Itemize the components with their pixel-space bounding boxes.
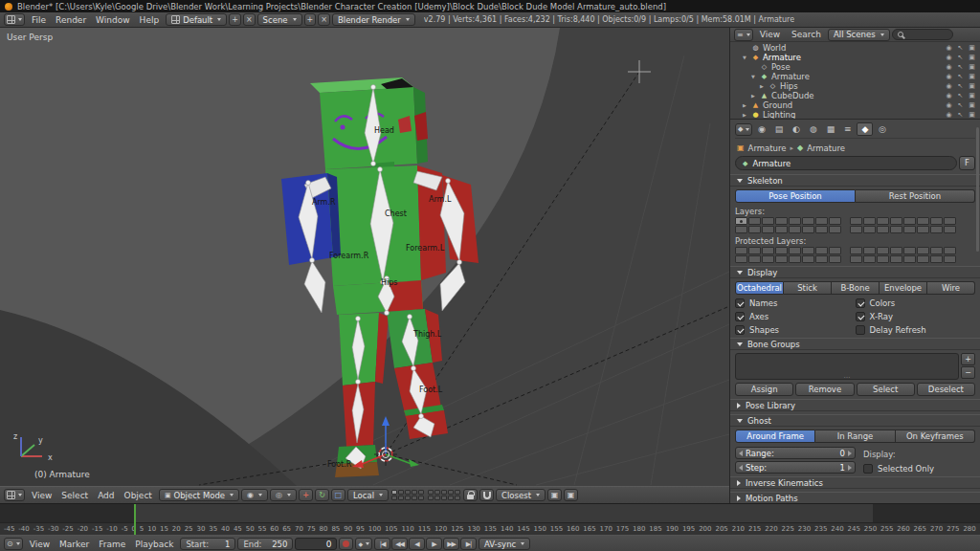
select-icon[interactable]: ↖ [956, 63, 965, 71]
add-screen-layout-button[interactable]: + [229, 13, 241, 26]
section-header-display[interactable]: Display [730, 266, 980, 278]
tab-render-layers[interactable]: ▤ [770, 122, 787, 136]
layer-toggle[interactable] [815, 217, 828, 225]
expand-triangle-icon[interactable]: ▶ [741, 112, 748, 118]
keying-set-dropdown[interactable]: ◆ [355, 538, 372, 550]
render-icon[interactable]: ▣ [968, 73, 976, 80]
render-icon[interactable]: ▣ [968, 82, 976, 90]
layer-toggle[interactable] [735, 255, 747, 263]
viewport-layer-toggle[interactable] [448, 496, 454, 500]
expand-triangle-icon[interactable]: ▼ [749, 74, 757, 79]
increment-arrow-icon[interactable] [848, 465, 852, 471]
manipulator-scale-button[interactable]: □ [331, 489, 345, 501]
tab-render[interactable]: ◉ [753, 122, 769, 136]
select-icon[interactable]: ↖ [956, 111, 965, 119]
properties-editor-type-button[interactable]: ◆ [735, 123, 752, 136]
layer-toggle[interactable] [735, 247, 747, 254]
decrement-arrow-icon[interactable] [739, 465, 743, 471]
ghost-range-field[interactable]: Range: 0 [735, 447, 856, 459]
display-type-b-bone-button[interactable]: B-Bone [832, 281, 880, 295]
layer-toggle[interactable] [944, 217, 956, 225]
layer-toggle[interactable] [748, 226, 761, 233]
outliner-item-world[interactable]: ◍World◉↖▣ [730, 43, 980, 53]
delete-screen-layout-button[interactable]: × [243, 13, 256, 26]
layer-toggle[interactable] [903, 255, 916, 263]
next-keyframe-button[interactable]: ▶▶ [443, 538, 459, 550]
layer-toggle[interactable] [944, 255, 956, 263]
delete-scene-button[interactable]: × [318, 13, 330, 26]
display-type-octahedral-button[interactable]: Octahedral [735, 281, 784, 295]
resize-grip-icon[interactable]: … [844, 372, 851, 380]
layer-toggle[interactable] [789, 226, 801, 233]
ghost-type-around-frame-button[interactable]: Around Frame [735, 430, 815, 443]
fake-user-button[interactable]: F [959, 156, 975, 170]
layer-toggle[interactable] [877, 226, 889, 233]
layer-toggle[interactable] [944, 247, 956, 254]
viewport-menu-view[interactable]: View [27, 491, 56, 500]
layer-toggle[interactable] [815, 255, 828, 263]
render-engine-dropdown[interactable]: Blender Render [332, 13, 415, 26]
ghost-step-field[interactable]: Step: 1 [735, 461, 856, 474]
expand-triangle-icon[interactable]: ▶ [741, 102, 748, 108]
viewport-layer-toggle[interactable] [391, 496, 397, 500]
layer-toggle[interactable] [802, 226, 814, 233]
layer-toggle[interactable] [863, 226, 876, 233]
jump-to-start-button[interactable]: |◀ [374, 538, 390, 550]
tab-physics[interactable]: ◎ [874, 122, 890, 136]
increment-arrow-icon[interactable] [848, 451, 852, 456]
section-header-ghost[interactable]: Ghost [730, 414, 980, 427]
checkbox-delay-refresh[interactable]: Delay Refresh [856, 325, 976, 335]
layer-toggle[interactable] [789, 247, 801, 254]
layer-toggle[interactable] [877, 255, 889, 263]
viewport-editor-type-button[interactable] [4, 489, 25, 501]
outliner-item-lighting[interactable]: ▶●Lighting◉↖▣ [730, 110, 980, 119]
viewport-layer-toggle[interactable] [418, 496, 424, 500]
layer-toggle[interactable] [917, 255, 929, 263]
layer-toggle[interactable] [903, 247, 916, 254]
checkbox-colors[interactable]: Colors [856, 298, 976, 308]
transform-orientation-dropdown[interactable]: Local [347, 489, 389, 501]
viewport-layer-toggle[interactable] [441, 496, 447, 500]
menu-file[interactable]: File [27, 15, 51, 25]
eye-icon[interactable]: ◉ [945, 101, 953, 109]
layer-toggle[interactable] [762, 255, 774, 263]
layer-toggle[interactable] [917, 226, 929, 233]
checkbox-selected-only[interactable]: Selected Only [863, 464, 975, 474]
breadcrumb-object[interactable]: Armature [748, 143, 787, 153]
checkbox-x-ray[interactable]: X-Ray [856, 312, 976, 321]
viewport-layer-toggle[interactable] [448, 490, 454, 495]
select-icon[interactable]: ↖ [956, 92, 965, 99]
select-icon[interactable]: ↖ [956, 82, 965, 90]
expand-triangle-icon[interactable]: ▶ [758, 83, 766, 89]
bone-groups-assign-button[interactable]: Assign [735, 383, 793, 396]
layer-toggle[interactable] [890, 255, 902, 263]
layer-toggle[interactable] [748, 217, 761, 225]
viewport-layer-toggle[interactable] [455, 496, 460, 500]
timeline-tracks[interactable] [0, 504, 980, 522]
timeline-ruler[interactable]: -45-40-35-30-25-20-15-10-505101520253035… [0, 522, 980, 535]
lock-to-scene-button[interactable] [463, 489, 478, 501]
viewport-layer-toggle[interactable] [405, 496, 411, 500]
opengl-render-button[interactable]: ▣ [547, 489, 562, 501]
manipulator-rotate-button[interactable]: ↻ [315, 489, 329, 501]
layer-toggle[interactable] [802, 217, 814, 225]
select-icon[interactable]: ↖ [956, 73, 965, 80]
select-icon[interactable]: ↖ [956, 44, 965, 52]
tab-object[interactable]: ▦ [822, 122, 838, 136]
tab-constraints[interactable]: ≡ [839, 122, 856, 136]
outliner-display-dropdown[interactable]: All Scenes [828, 29, 890, 41]
auto-keyframe-button[interactable] [339, 538, 353, 550]
tab-scene[interactable]: ◐ [788, 122, 804, 136]
checkbox-names[interactable]: Names [735, 298, 856, 308]
ghost-type-in-range-button[interactable]: In Range [815, 430, 895, 443]
viewport-menu-add[interactable]: Add [93, 491, 119, 500]
eye-icon[interactable]: ◉ [945, 44, 953, 52]
viewport-layer-toggle[interactable] [398, 490, 404, 495]
layer-toggle[interactable] [762, 217, 774, 225]
ghost-type-on-keyframes-button[interactable]: On Keyframes [896, 430, 975, 443]
layer-toggle[interactable] [903, 226, 916, 233]
bone-groups-remove-button[interactable]: Remove [795, 383, 854, 396]
pose-position-button[interactable]: Pose Position [735, 189, 856, 203]
section-header-pose-library[interactable]: Pose Library [730, 399, 980, 411]
menu-window[interactable]: Window [91, 15, 135, 25]
